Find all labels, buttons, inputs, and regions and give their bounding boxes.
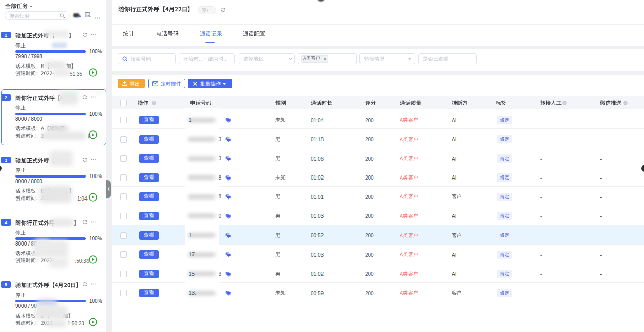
svg-text:?: ? (564, 101, 566, 104)
svg-text:?: ? (153, 101, 155, 104)
svg-text:?: ? (625, 101, 627, 104)
